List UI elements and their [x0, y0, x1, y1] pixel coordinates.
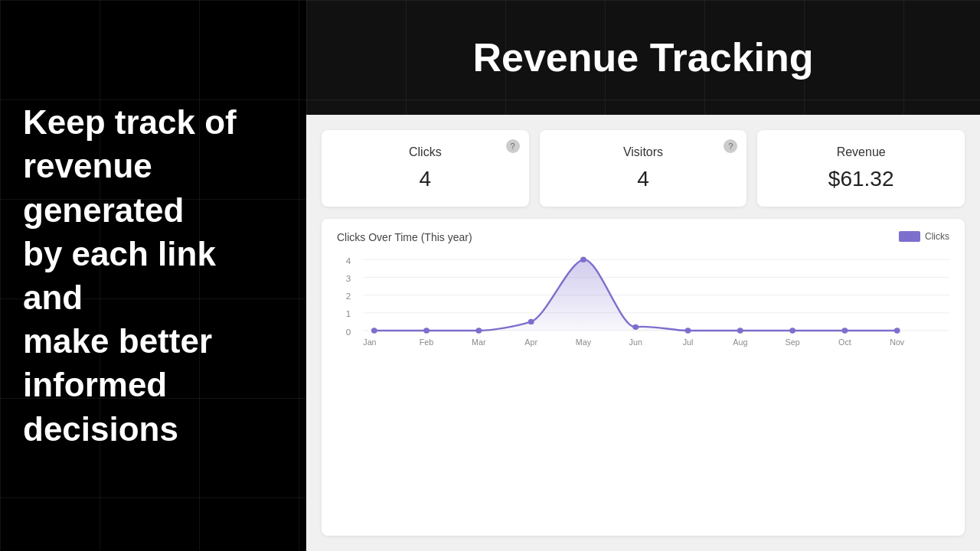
- chart-title: Clicks Over Time (This year): [337, 231, 949, 243]
- stat-card-visitors: ? Visitors 4: [540, 130, 747, 207]
- data-point-feb: [423, 328, 430, 333]
- stat-cards-row: ? Clicks 4 ? Visitors 4 Revenue $61.32: [322, 130, 965, 207]
- left-line-2: revenue generated: [23, 144, 283, 231]
- data-point-jun: [632, 324, 639, 330]
- svg-text:Aug: Aug: [733, 338, 747, 347]
- header-area: Revenue Tracking: [306, 0, 980, 115]
- visitors-value: 4: [558, 167, 729, 191]
- legend-color-clicks: [899, 231, 920, 242]
- revenue-value: $61.32: [776, 167, 946, 191]
- page-title: Revenue Tracking: [472, 34, 813, 80]
- data-point-jul: [685, 328, 691, 333]
- svg-text:Nov: Nov: [890, 338, 905, 347]
- data-point-mar: [475, 328, 482, 333]
- left-line-1: Keep track of: [23, 100, 283, 144]
- svg-text:Apr: Apr: [524, 338, 537, 347]
- svg-text:May: May: [576, 338, 592, 347]
- visitors-label: Visitors: [558, 145, 729, 159]
- data-point-jan: [371, 328, 377, 333]
- right-panel: Revenue Tracking ? Clicks 4 ? Visitors 4…: [306, 0, 980, 551]
- chart-container: Clicks Over Time (This year) Clicks 4 3 …: [322, 219, 965, 536]
- svg-text:1: 1: [346, 310, 351, 319]
- svg-text:3: 3: [346, 274, 351, 283]
- left-text: Keep track of revenue generated by each …: [23, 100, 283, 451]
- data-point-apr: [528, 319, 534, 324]
- data-point-nov: [894, 328, 900, 333]
- data-point-oct: [842, 328, 848, 333]
- svg-text:0: 0: [346, 328, 351, 337]
- data-point-aug: [737, 328, 743, 333]
- clicks-value: 4: [340, 167, 511, 191]
- clicks-chart: 4 3 2 1 0: [337, 251, 949, 350]
- svg-text:Sep: Sep: [786, 338, 800, 347]
- svg-text:2: 2: [346, 292, 351, 301]
- left-line-3: by each link and: [23, 232, 283, 319]
- visitors-help-icon[interactable]: ?: [724, 139, 737, 153]
- svg-text:Jun: Jun: [629, 338, 642, 347]
- clicks-label: Clicks: [340, 145, 511, 159]
- svg-text:Oct: Oct: [838, 338, 851, 347]
- stat-card-revenue: Revenue $61.32: [757, 130, 965, 207]
- svg-text:Mar: Mar: [472, 338, 486, 347]
- svg-text:Jan: Jan: [363, 338, 376, 347]
- left-line-5: informed decisions: [23, 363, 283, 450]
- chart-legend: Clicks: [899, 231, 949, 242]
- data-point-may: [580, 256, 586, 262]
- data-point-sep: [789, 328, 795, 333]
- clicks-help-icon[interactable]: ?: [506, 139, 520, 153]
- svg-text:Jul: Jul: [683, 338, 694, 347]
- svg-text:4: 4: [346, 256, 351, 266]
- legend-label-clicks: Clicks: [925, 231, 949, 242]
- svg-text:Feb: Feb: [420, 338, 434, 347]
- revenue-label: Revenue: [776, 145, 946, 159]
- left-line-4: make better: [23, 319, 283, 363]
- stat-card-clicks: ? Clicks 4: [322, 130, 529, 207]
- left-panel: Keep track of revenue generated by each …: [0, 0, 306, 551]
- content-area: ? Clicks 4 ? Visitors 4 Revenue $61.32 C…: [306, 115, 980, 551]
